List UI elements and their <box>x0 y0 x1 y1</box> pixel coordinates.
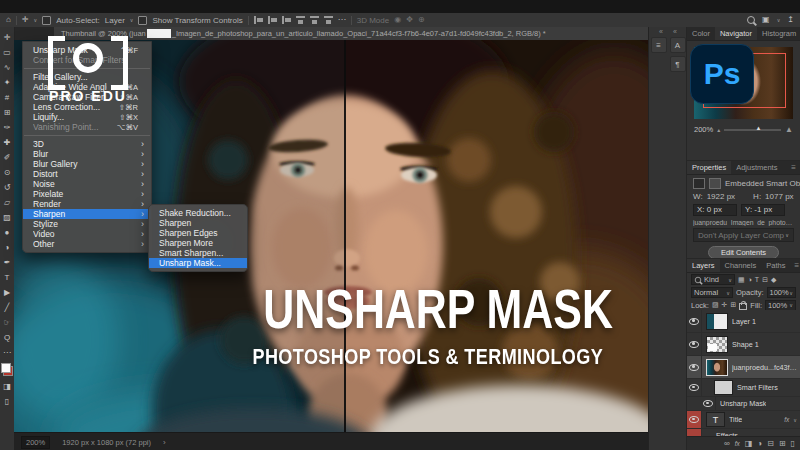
panel-menu-icon[interactable]: ≡ <box>790 259 800 272</box>
layer-thumbnail[interactable] <box>706 336 728 353</box>
tool-button[interactable]: ☞ <box>0 315 14 330</box>
filter-menu-item[interactable]: Pixelate <box>23 189 151 199</box>
filter-menu-item[interactable]: Distort <box>23 169 151 179</box>
tool-button[interactable]: ╱ <box>0 300 14 315</box>
document-tab[interactable]: Thumbnail @ 200% (juan_Imagen_de_photosh… <box>54 27 655 40</box>
new-layer-icon[interactable]: ⊞ <box>779 439 786 448</box>
paragraph-panel-icon[interactable]: ¶ <box>670 56 686 72</box>
tool-button[interactable]: ▨ <box>0 210 14 225</box>
sharpen-submenu-item[interactable]: Sharpen Edges <box>149 228 247 238</box>
home-icon[interactable]: ⌂ <box>6 16 11 24</box>
layer-effects-badge[interactable]: fx <box>784 416 789 423</box>
filter-menu-item[interactable]: 3D <box>23 139 151 149</box>
align-right-icon[interactable] <box>282 16 291 24</box>
tool-button[interactable]: ✚ <box>0 135 14 150</box>
tool-button[interactable]: Q <box>0 330 14 345</box>
filter-menu-item[interactable]: Liquify... ⇧⌘X <box>23 112 151 122</box>
tool-button[interactable]: ✒ <box>0 255 14 270</box>
workspace-icon[interactable]: ▣ <box>762 16 770 24</box>
status-options-icon[interactable] <box>163 438 166 447</box>
panel-menu-icon[interactable]: ≡ <box>787 161 800 174</box>
y-position-field[interactable]: Y: -1 px <box>741 204 785 216</box>
layer-style-icon[interactable]: fx <box>735 440 740 447</box>
auto-select-checkbox[interactable] <box>42 16 51 25</box>
layer-mask-icon[interactable]: ◨ <box>745 439 753 448</box>
tool-button[interactable]: ↺ <box>0 180 14 195</box>
visibility-toggle[interactable] <box>687 333 702 355</box>
quick-mask-icon[interactable]: ◨ <box>0 379 14 394</box>
collapse-panels-icon[interactable]: « <box>673 28 677 35</box>
zoom-level-field[interactable]: 200% <box>21 436 50 449</box>
navigator-zoom-value[interactable]: 200% <box>694 125 713 134</box>
zoom-in-icon[interactable]: ▲ <box>785 125 793 134</box>
foreground-color-swatch[interactable] <box>1 363 11 373</box>
tool-button[interactable]: ⊞ <box>0 105 14 120</box>
smart-filter-item-row[interactable]: Unsharp Mask <box>687 397 800 410</box>
zoom-out-icon[interactable]: ▴ <box>717 126 720 133</box>
tab-paths[interactable]: Paths <box>761 259 790 272</box>
layer-row[interactable]: Layer 1 <box>687 310 800 333</box>
tool-button[interactable]: ✐ <box>0 150 14 165</box>
sharpen-submenu-item[interactable]: Smart Sharpen... <box>149 248 247 258</box>
text-layer-thumbnail[interactable] <box>706 412 725 427</box>
filter-menu-item[interactable]: Render <box>23 199 151 209</box>
visibility-toggle[interactable] <box>701 397 716 410</box>
tool-button[interactable]: ▭ <box>0 45 14 60</box>
smart-filters-row[interactable]: Smart Filters <box>687 379 800 397</box>
tab-adjustments[interactable]: Adjustments <box>731 161 782 174</box>
slider-handle[interactable]: ▲ <box>755 125 761 131</box>
move-tool-icon[interactable]: ✛ <box>22 16 29 24</box>
align-middle-icon[interactable] <box>310 16 319 24</box>
tool-button[interactable]: ⊙ <box>0 165 14 180</box>
layer-thumbnail[interactable] <box>706 359 728 376</box>
lock-all-icon[interactable] <box>739 303 747 310</box>
tool-button[interactable]: ◑ <box>0 240 14 255</box>
properties-panel-icon[interactable]: ≡ <box>651 37 667 53</box>
visibility-toggle[interactable] <box>687 379 702 396</box>
layer-row[interactable]: Shape 1 <box>687 333 800 356</box>
chevron-down-icon[interactable]: ∨ <box>793 417 797 423</box>
tool-button[interactable]: T <box>0 270 14 285</box>
filter-menu-item[interactable]: Stylize <box>23 219 151 229</box>
filter-menu-item[interactable]: Noise <box>23 179 151 189</box>
pixel-filter-icon[interactable]: ▦ <box>738 276 745 284</box>
filter-menu-item[interactable] <box>24 135 150 136</box>
layer-row-selected[interactable]: juanproedu...fc43fdb_2 <box>687 356 800 379</box>
adjustment-filter-icon[interactable]: ◑ <box>748 276 752 283</box>
tab-layers[interactable]: Layers <box>687 259 720 272</box>
tool-button[interactable]: ▱ <box>0 195 14 210</box>
adjustment-layer-icon[interactable]: ◑ <box>757 439 762 448</box>
tab-properties[interactable]: Properties <box>687 161 731 174</box>
layer-comp-dropdown[interactable]: Don't Apply Layer Comp ∨ <box>693 228 794 242</box>
type-filter-icon[interactable]: T <box>755 276 759 283</box>
tool-button[interactable]: ✦ <box>0 75 14 90</box>
filter-menu-item[interactable]: Blur Gallery <box>23 159 151 169</box>
filter-menu-item[interactable]: Video <box>23 229 151 239</box>
character-panel-icon[interactable]: A <box>670 37 686 53</box>
fill-field[interactable]: 100% ∨ <box>765 300 796 311</box>
filter-mask-thumbnail[interactable] <box>714 380 733 395</box>
x-position-field[interactable]: X: 0 px <box>693 204 737 216</box>
filter-menu-item[interactable]: Sharpen <box>23 209 151 219</box>
align-bottom-icon[interactable] <box>324 16 333 24</box>
lock-pixels-icon[interactable]: ✛ <box>722 301 728 309</box>
filter-menu-item[interactable]: Blur <box>23 149 151 159</box>
tool-button[interactable]: ✑ <box>0 120 14 135</box>
visibility-toggle[interactable] <box>687 310 702 332</box>
search-icon[interactable] <box>747 16 755 24</box>
layer-filter-kind-dropdown[interactable]: Kind ∨ <box>691 274 735 285</box>
tab-navigator[interactable]: Navigator <box>715 27 757 40</box>
sharpen-submenu-item[interactable]: Sharpen More <box>149 238 247 248</box>
show-transform-checkbox[interactable] <box>138 16 147 25</box>
align-center-icon[interactable] <box>268 16 277 24</box>
more-align-options-icon[interactable]: ⋯ <box>338 16 346 24</box>
lock-position-icon[interactable]: ⊞ <box>730 301 736 309</box>
blend-mode-dropdown[interactable]: Normal ∨ <box>691 287 733 298</box>
sharpen-submenu-item[interactable]: Unsharp Mask... <box>149 258 247 268</box>
tool-button[interactable]: ✛ <box>0 30 14 45</box>
sharpen-submenu-item[interactable]: Shake Reduction... <box>149 208 247 218</box>
tab-histogram[interactable]: Histogram <box>757 27 800 40</box>
new-group-icon[interactable]: ⊟ <box>767 439 774 448</box>
link-layers-icon[interactable]: ∞ <box>724 439 730 448</box>
tool-button[interactable]: ● <box>0 225 14 240</box>
